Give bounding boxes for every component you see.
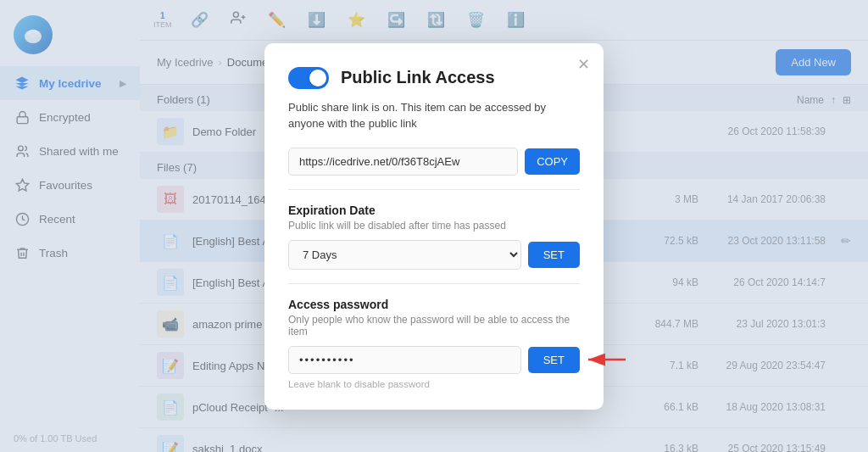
modal-header: Public Link Access — [288, 67, 580, 89]
password-subtitle: Only people who know the password will b… — [288, 314, 580, 338]
copy-button[interactable]: COPY — [525, 148, 580, 175]
modal-info-text: Public share link is on. This item can b… — [288, 99, 580, 132]
password-input[interactable] — [288, 346, 521, 374]
modal-title: Public Link Access — [341, 68, 495, 87]
password-set-button[interactable]: SET — [528, 347, 580, 373]
divider — [288, 283, 580, 284]
expiry-set-button[interactable]: SET — [528, 242, 580, 268]
modal-overlay: ✕ Public Link Access Public share link i… — [0, 0, 868, 452]
password-hint: Leave blank to disable password — [288, 379, 580, 389]
modal-close-button[interactable]: ✕ — [577, 55, 590, 74]
password-row: SET — [288, 346, 580, 374]
expiry-select[interactable]: 7 Days Never 1 Day 3 Days 30 Days — [288, 240, 521, 270]
divider — [288, 189, 580, 190]
expiration-subtitle: Public link will be disabled after time … — [288, 220, 580, 232]
expiration-title: Expiration Date — [288, 204, 580, 217]
public-link-modal: ✕ Public Link Access Public share link i… — [264, 43, 604, 410]
expiry-row: 7 Days Never 1 Day 3 Days 30 Days SET — [288, 240, 580, 270]
red-arrow-indicator — [585, 350, 627, 369]
public-link-toggle[interactable] — [288, 67, 329, 89]
link-row: COPY — [288, 148, 580, 176]
password-title: Access password — [288, 298, 580, 311]
public-link-input[interactable] — [288, 148, 518, 176]
